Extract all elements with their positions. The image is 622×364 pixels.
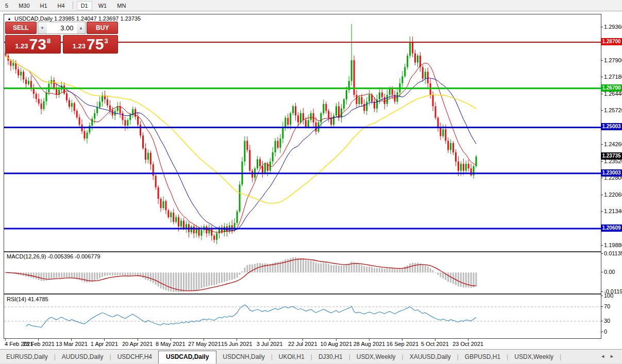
timeframe-button-w1[interactable]: W1 [94, 1, 111, 10]
buy-price-point: 3 [104, 37, 108, 45]
chart-tab-usdx-weekly[interactable]: USDX,Weekly [508, 351, 560, 363]
buy-price-prefix: 1.23 [73, 42, 86, 50]
sell-price-pips: 73 [29, 37, 46, 52]
rsi-pane[interactable] [4, 294, 601, 339]
tab-scroll-left-icon[interactable]: ◄ [600, 354, 610, 359]
volume-increase-button[interactable]: ▲ [77, 22, 86, 34]
volume-input[interactable] [47, 22, 77, 34]
macd-indicator-label: MACD(12,26,9) -0.005396 -0.006779 [7, 253, 100, 259]
tab-scroll-arrows[interactable]: ◄► [600, 354, 619, 359]
chart-tab-eurusd-daily[interactable]: EURUSD,Daily [0, 351, 54, 363]
timeframe-button-5[interactable]: 5 [1, 1, 12, 10]
chart-tab-ukoil-h1[interactable]: UKOil,H1 [273, 351, 311, 363]
sell-price-point: 8 [47, 37, 51, 45]
chart-tab-usdcnh-daily[interactable]: USDCNH,Daily [216, 351, 271, 363]
chart-symbol-label: USDCAD,Daily [14, 15, 53, 22]
chart-tab-usdx-weekly[interactable]: USDX,Weekly [350, 351, 402, 363]
tabbar-divider [0, 349, 622, 350]
timeframe-button-d1[interactable]: D1 [77, 1, 92, 10]
chart-title: ▲ USDCAD,Daily 1.23985 1.24047 1.23697 1… [7, 15, 141, 22]
chart-tab-gbpusd-h1[interactable]: GBPUSD,H1 [459, 351, 507, 363]
buy-price-button[interactable]: 1.23 75 3 [63, 35, 119, 54]
one-click-trading-panel: SELL ▼ ▲ BUY 1.23 73 8 1.23 75 3 [5, 22, 118, 54]
sell-price-prefix: 1.23 [15, 42, 28, 50]
timeframe-button-m30[interactable]: M30 [14, 1, 33, 10]
timeframe-button-mn[interactable]: MN [113, 1, 130, 10]
chart-tab-bar: EURUSD,Daily|AUDUSD,Daily|USDCHF,H4USDCA… [0, 350, 622, 364]
tab-separator: | [560, 351, 561, 363]
buy-price-pips: 75 [87, 37, 104, 52]
timeframe-toolbar: 5M30H1H4D1W1MN [0, 0, 622, 11]
chart-tab-audusd-daily[interactable]: AUDUSD,Daily [56, 351, 110, 363]
sell-button[interactable]: SELL [5, 22, 37, 34]
timeframe-button-h4[interactable]: H4 [54, 1, 69, 10]
rsi-canvas[interactable] [4, 294, 601, 338]
chart-tab-usdchf-h4[interactable]: USDCHF,H4 [111, 351, 158, 363]
chart-tab-dj30-h1[interactable]: DJ30,H1 [312, 351, 349, 363]
rsi-indicator-label: RSI(14) 41.4785 [7, 296, 48, 302]
timeframe-button-h1[interactable]: H1 [36, 1, 52, 10]
chart-tab-xauusd-daily[interactable]: XAUUSD,Daily [404, 351, 457, 363]
tab-scroll-right-icon[interactable]: ► [610, 354, 619, 359]
buy-button[interactable]: BUY [87, 22, 118, 34]
chart-ohlc-values: 1.23985 1.24047 1.23697 1.23735 [54, 15, 141, 22]
sell-price-button[interactable]: 1.23 73 8 [5, 35, 61, 54]
chart-tab-usdcad-daily[interactable]: USDCAD,Daily [158, 351, 216, 363]
one-click-collapse-icon[interactable]: ▲ [7, 16, 11, 21]
volume-decrease-button[interactable]: ▼ [38, 22, 47, 34]
toolbar-separator [73, 2, 73, 9]
